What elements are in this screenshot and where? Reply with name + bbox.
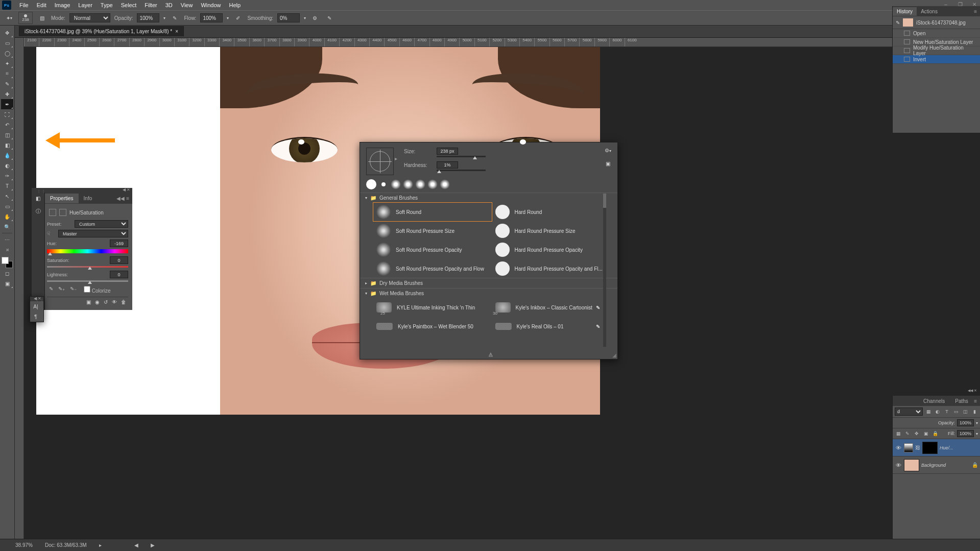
brush-hardness-input[interactable] [437,161,458,169]
gradient-tool[interactable]: ◧ [1,140,13,150]
brush-hard-round-pressure-opacity[interactable]: Hard Round Pressure Opacity [492,241,611,259]
brush-size-slider[interactable] [437,156,486,157]
brush-soft-round[interactable]: Soft Round [373,203,492,221]
folder-wet-media[interactable]: ▾📁Wet Media Brushes [360,288,617,298]
link-icon[interactable]: ⛓ [915,445,920,450]
edit-icon[interactable]: ✎ [596,324,600,329]
dodge-tool[interactable]: ◐ [1,160,13,171]
quick-select-tool[interactable]: ✦ [1,58,13,68]
panel-menu-icon[interactable]: ≡ [974,9,980,14]
collapse-icon[interactable]: ◀◀ [968,389,973,392]
brush-angle-preview[interactable] [366,148,394,175]
layer-hue-saturation[interactable]: 👁⛓Hue/... [893,439,980,457]
lasso-tool[interactable]: ◯ [1,48,13,58]
pen-tool[interactable]: ✑ [1,171,13,181]
history-source[interactable]: ✎iStock-614737048.jpg [893,16,980,29]
menu-file[interactable]: File [15,1,33,10]
tab-paths[interactable]: Paths [950,396,973,406]
brush-preset-picker[interactable]: 238 [18,12,33,24]
panel-menu-icon[interactable]: ≡ [974,398,980,404]
color-swatches[interactable] [2,257,13,268]
quick-mask-icon[interactable]: ◻ [1,268,13,278]
tab-info[interactable]: Info [79,194,98,203]
filter-image-icon[interactable]: ▦ [925,409,932,414]
menu-3d[interactable]: 3D [161,1,177,10]
menu-window[interactable]: Window [197,1,225,10]
reset-icon[interactable]: ↺ [104,299,108,305]
brush-tip[interactable] [391,179,401,189]
menu-filter[interactable]: Filter [140,1,161,10]
brush-tip[interactable] [415,179,425,189]
edit-toolbar-icon[interactable]: ⋯ [1,234,13,245]
history-brush-tool[interactable]: ↶ [1,119,13,130]
filter-type-icon[interactable]: T [943,409,950,414]
airbrush-icon[interactable]: ✐ [233,13,243,23]
brush-tip[interactable] [440,179,450,189]
paragraph-icon[interactable]: ¶ [30,312,41,322]
brush-kyle-inkbox[interactable]: Kyle's Inkbox – Classic Cartoonist✎ [492,298,611,317]
menu-type[interactable]: Type [97,1,117,10]
move-tool[interactable]: ✥ [1,28,13,38]
adjustments-icon[interactable]: ◧ [33,196,43,206]
prev-icon[interactable]: ◉ [95,299,100,305]
lightness-input[interactable] [110,271,128,278]
layer-filter-select[interactable]: d [895,408,923,416]
brush-size-input[interactable] [437,148,458,155]
gear-icon[interactable]: ⚙▾ [605,148,611,153]
size-pressure-icon[interactable]: ✎ [324,13,334,23]
flow-input[interactable] [200,13,223,22]
lock-transparent-icon[interactable]: ▦ [895,431,902,436]
brush-soft-round-pressure-opacity-flow[interactable]: Soft Round Pressure Opacity and Flow [373,259,492,278]
menu-layer[interactable]: Layer [74,1,97,10]
tab-history[interactable]: History [893,7,917,16]
hue-input[interactable] [110,239,128,247]
smoothing-options-icon[interactable]: ⚙ [310,13,320,23]
type-tool[interactable]: T [1,181,13,191]
clip-icon[interactable]: ▣ [86,299,91,305]
close-icon[interactable]: ◀ ✕ [123,187,130,192]
brush-hard-round-pressure-opacity-flow[interactable]: Hard Round Pressure Opacity and Fl... [492,259,611,278]
tool-preset-icon[interactable]: ✦▾ [4,13,14,23]
lock-icon[interactable]: 🔒 [972,462,978,468]
resize-handle-icon[interactable]: ◬ [489,351,493,357]
path-select-tool[interactable]: ↖ [1,191,13,201]
brush-tip[interactable] [427,179,438,189]
trash-icon[interactable]: 🗑 [121,299,126,305]
scrollbar[interactable] [603,194,606,347]
saturation-input[interactable] [110,256,128,264]
menu-view[interactable]: View [177,1,197,10]
close-tab-icon[interactable]: × [175,29,178,34]
channel-select[interactable]: Master [58,230,128,237]
brush-hardness-slider[interactable] [437,170,486,171]
lock-paint-icon[interactable]: ✎ [904,431,911,436]
new-preset-icon[interactable]: ▣ [606,161,610,166]
history-brush-marker-icon[interactable]: ✎ [896,20,900,26]
marquee-tool[interactable]: ▭ [1,38,13,48]
opacity-input[interactable] [137,13,159,22]
doc-size[interactable]: Doc: 63.3M/63.3M [45,542,87,548]
edit-icon[interactable]: ✎ [596,305,600,310]
tab-actions[interactable]: Actions [917,7,942,16]
layer-fill[interactable]: 100% [957,430,974,437]
colorize-checkbox[interactable] [84,286,90,293]
healing-brush-tool[interactable]: ✚ [1,89,13,99]
eyedropper-icon[interactable]: ✎ [49,286,53,294]
screen-mode-icon[interactable]: ▣ [1,278,13,289]
hue-slider[interactable] [47,249,128,253]
eyedropper-add-icon[interactable]: ✎₊ [58,286,65,294]
blur-tool[interactable]: 💧 [1,150,13,160]
history-step[interactable]: Open [893,29,980,38]
opacity-pressure-icon[interactable]: ✎ [170,13,180,23]
swap-colors-icon[interactable]: ⤭ [1,245,13,255]
layer-opacity[interactable]: 100% [957,419,974,426]
menu-edit[interactable]: Edit [33,1,51,10]
eraser-tool[interactable]: ◫ [1,130,13,140]
lock-position-icon[interactable]: ✥ [913,431,920,436]
tab-properties[interactable]: Properties [45,194,79,203]
menu-image[interactable]: Image [51,1,75,10]
document-tab[interactable]: iStock-614737048.jpg @ 39% (Hue/Saturati… [19,26,184,36]
brush-tool[interactable]: ✒ [1,99,13,109]
menu-help[interactable]: Help [225,1,245,10]
brush-soft-round-pressure-opacity[interactable]: Soft Round Pressure Opacity [373,241,492,259]
saturation-slider[interactable] [47,266,128,268]
